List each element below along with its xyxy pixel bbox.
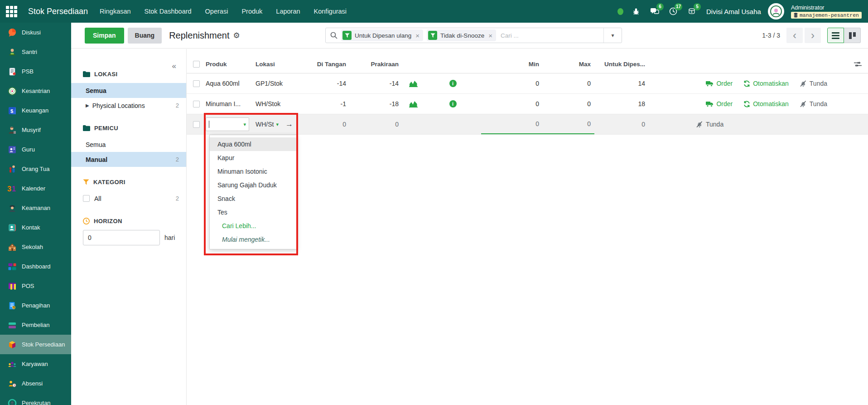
collapse-panel-button[interactable]: « [172,62,176,71]
cash-sessions-icon[interactable]: $ 5 [686,5,698,17]
sidebar-item-diskusi[interactable]: Diskusi [0,23,71,42]
sidebar-item-absensi[interactable]: Absensi [0,374,71,393]
search-input[interactable] [501,32,603,39]
table-row-editing[interactable]: ▾ WH/St ▾ → 0 0 0 0 0 [187,114,868,135]
info-icon[interactable]: i [449,100,457,107]
cell-untuk-dipesan[interactable]: 0 [594,114,649,134]
menu-laporan[interactable]: Laporan [276,8,300,15]
facet-remove-icon[interactable]: × [488,32,492,39]
discard-button[interactable]: Buang [128,28,162,44]
sidebar-item-kontak[interactable]: Kontak [0,218,71,237]
pemicu-semua[interactable]: Semua [71,137,186,152]
cell-min[interactable]: 0 [481,94,543,114]
automate-button[interactable]: Otomatiskan [743,80,789,87]
expand-arrow-icon[interactable]: ▶ [86,103,89,108]
search-facet-reorder[interactable]: Untuk Dipesan ulang × [341,29,423,41]
row-checkbox[interactable] [193,80,200,87]
kategori-all[interactable]: All 2 [71,191,186,206]
sidebar-item-kalender[interactable]: 31 Kalender [0,179,71,198]
sidebar-item-perekrutan[interactable]: Perekrutan [0,393,71,405]
dropdown-option[interactable]: Snack [210,192,297,205]
internal-link-icon[interactable]: → [285,120,293,129]
product-input[interactable]: ▾ [206,117,249,131]
cell-untuk-dipesan[interactable]: 14 [594,73,649,93]
snooze-button[interactable]: Tunda [800,80,827,87]
cell-untuk-dipesan[interactable]: 18 [594,94,649,114]
location-field[interactable]: WH/St ▾ → [256,120,293,129]
pemicu-manual[interactable]: Manual 2 [71,152,186,167]
sidebar-item-keamanan[interactable]: Keamanan [0,198,71,218]
table-row[interactable]: Aqua 600ml GP1/Stok -14 -14 i 0 0 14 Ord… [187,73,868,94]
sidebar-item-pos[interactable]: POS [0,276,71,296]
sidebar-item-karyawan[interactable]: Karyawan [0,354,71,374]
caret-down-icon[interactable]: ▾ [276,122,279,127]
search-more-option[interactable]: Cari Lebih... [210,219,297,233]
sidebar-item-keuangan[interactable]: $ Keuangan [0,101,71,120]
dropdown-option[interactable]: Sarung Gajah Duduk [210,178,297,192]
app-title[interactable]: Stok Persediaan [28,7,88,16]
avatar[interactable] [768,3,784,20]
horizon-input[interactable] [83,230,160,245]
dropdown-option[interactable]: Tes [210,205,297,219]
kanban-view-button[interactable] [844,28,861,43]
search-options-toggle[interactable]: ▾ [603,28,622,43]
col-produk[interactable]: Produk [206,55,256,73]
dropdown-option[interactable]: Minuman Isotonic [210,165,297,178]
company-switcher[interactable]: Divisi Amal Usaha [706,8,761,15]
dropdown-option[interactable]: Aqua 600ml [210,137,297,151]
sidebar-item-santri[interactable]: Santri [0,42,71,62]
search-bar[interactable]: Untuk Dipesan ulang × Tidak di-Snooze × … [325,28,622,43]
cell-produk[interactable]: Aqua 600ml [206,73,256,93]
user-menu[interactable]: Administrator manajemen-pesantren [791,5,862,19]
search-facet-snooze[interactable]: Tidak di-Snooze × [427,29,496,41]
gear-icon[interactable]: ⚙ [233,31,240,40]
category-checkbox[interactable] [83,195,90,202]
cell-max[interactable]: 0 [543,94,594,114]
cell-min[interactable]: 0 [481,73,543,93]
col-di-tangan[interactable]: Di Tangan [300,55,350,73]
menu-stok-dashboard[interactable]: Stok Dashboard [145,8,192,15]
pager-prev-button[interactable]: ‹ [786,28,803,43]
col-prakiraan[interactable]: Prakiraan [350,55,402,73]
cell-max[interactable]: 0 [543,73,594,93]
snooze-button[interactable]: Tunda [696,121,723,128]
menu-operasi[interactable]: Operasi [205,8,228,15]
menu-konfigurasi[interactable]: Konfigurasi [314,8,347,15]
select-all-checkbox[interactable] [193,61,200,68]
sidebar-item-stok-persediaan[interactable]: Stok Persediaan [0,335,71,354]
sidebar-item-pembelian[interactable]: Pembelian [0,315,71,335]
max-input[interactable]: 0 [543,114,594,134]
apps-menu-button[interactable] [0,0,23,23]
activities-clock-icon[interactable]: 17 [667,5,679,17]
sidebar-item-penagihan[interactable]: $ Penagihan [0,296,71,315]
menu-ringkasan[interactable]: Ringkasan [100,8,131,15]
facet-remove-icon[interactable]: × [415,32,420,39]
sidebar-item-musyrif[interactable]: Musyrif [0,120,71,140]
debug-bug-icon[interactable] [630,5,642,17]
optional-columns-icon[interactable] [854,61,862,68]
messages-icon[interactable]: 6 [649,5,661,17]
min-input[interactable]: 0 [481,114,543,134]
col-min[interactable]: Min [481,55,543,73]
info-icon[interactable]: i [449,80,457,87]
sidebar-item-dashboard[interactable]: Dashboard [0,257,71,276]
sidebar-item-psb[interactable]: PSB [0,62,71,81]
row-checkbox[interactable] [193,101,200,107]
forecast-chart-icon[interactable] [409,80,418,87]
pager-next-button[interactable]: › [805,28,821,43]
automate-button[interactable]: Otomatiskan [743,100,789,107]
col-max[interactable]: Max [543,55,594,73]
sidebar-item-kesantrian[interactable]: Kesantrian [0,81,71,101]
sidebar-item-guru[interactable]: Guru [0,140,71,159]
col-untuk-dipesan[interactable]: Untuk Dipes... [594,55,649,73]
lokasi-semua[interactable]: Semua [71,83,186,98]
col-lokasi[interactable]: Lokasi [256,55,300,73]
lokasi-physical-locations[interactable]: ▶ Physical Locations 2 [71,98,186,113]
snooze-button[interactable]: Tunda [800,100,827,107]
caret-down-icon[interactable]: ▾ [243,122,246,127]
dropdown-option[interactable]: Kapur [210,151,297,165]
forecast-chart-icon[interactable] [409,100,418,107]
save-button[interactable]: Simpan [85,28,124,44]
order-button[interactable]: Order [706,100,733,107]
sidebar-item-orang-tua[interactable]: Orang Tua [0,159,71,179]
